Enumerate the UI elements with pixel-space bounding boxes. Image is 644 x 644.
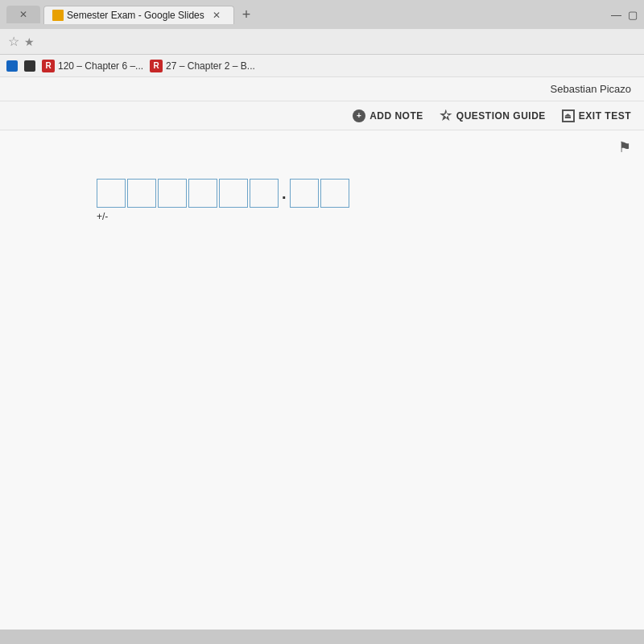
plus-minus-label: +/-	[97, 211, 108, 222]
add-note-button[interactable]: + ADD NOTE	[353, 109, 423, 122]
tab-active-label: Semester Exam - Google Slides	[67, 10, 204, 21]
bookmark-r2-label: 27 – Chapter 2 – B...	[166, 60, 255, 72]
bookmark-blue[interactable]	[6, 60, 18, 72]
answer-box-3[interactable]	[158, 179, 187, 208]
username-label: Sebastian Picazo	[551, 83, 631, 95]
tab-active-close[interactable]: ✕	[208, 10, 225, 21]
flag-icon[interactable]: ⚑	[618, 138, 631, 156]
answer-box-6[interactable]	[250, 179, 279, 208]
bookmark-dark-icon	[24, 60, 35, 72]
action-bar: + ADD NOTE ✦ QUESTION GUIDE ⏏ EXIT TEST	[0, 101, 644, 130]
tab-bar: ✕ Semester Exam - Google Slides ✕ + — ▢	[0, 0, 644, 29]
minimize-button[interactable]: —	[611, 9, 621, 21]
exit-test-label: EXIT TEST	[579, 110, 631, 122]
question-guide-button[interactable]: ✦ QUESTION GUIDE	[440, 109, 546, 122]
exit-test-button[interactable]: ⏏ EXIT TEST	[562, 109, 631, 122]
maximize-button[interactable]: ▢	[628, 9, 638, 21]
answer-boxes-right	[290, 179, 349, 208]
answer-box-4[interactable]	[188, 179, 217, 208]
answer-input-area: .	[97, 179, 349, 208]
bookmark-r1-icon: R	[42, 60, 55, 72]
toolbar-icons: ☆ ★	[8, 34, 35, 49]
answer-box-5[interactable]	[219, 179, 248, 208]
bookmark-blue-icon	[6, 60, 18, 72]
tab-new-button[interactable]: +	[237, 6, 256, 23]
answer-box-7[interactable]	[290, 179, 319, 208]
answer-box-2[interactable]	[127, 179, 156, 208]
bookmarks-bar: R 120 – Chapter 6 –... R 27 – Chapter 2 …	[0, 55, 644, 77]
pin-icon[interactable]: ★	[24, 35, 35, 48]
toolbar-bar: ☆ ★	[0, 29, 644, 55]
answer-box-8[interactable]	[320, 179, 349, 208]
answer-box-1[interactable]	[97, 179, 126, 208]
user-bar: Sebastian Picazo	[0, 77, 644, 101]
bookmark-r1-label: 120 – Chapter 6 –...	[58, 60, 143, 72]
bookmark-r2-icon: R	[150, 60, 163, 72]
tab-close-icon[interactable]: ✕	[14, 9, 32, 20]
question-guide-icon: ✦	[440, 109, 452, 122]
question-guide-label: QUESTION GUIDE	[456, 110, 546, 122]
add-note-label: ADD NOTE	[369, 110, 423, 122]
main-content: ⚑ . +/-	[0, 130, 644, 630]
bookmark-r-2[interactable]: R 27 – Chapter 2 – B...	[150, 60, 255, 72]
window-controls: — ▢	[611, 9, 638, 21]
star-icon[interactable]: ☆	[8, 34, 19, 49]
bookmark-dark[interactable]	[24, 60, 35, 72]
bookmark-r-1[interactable]: R 120 – Chapter 6 –...	[42, 60, 143, 72]
answer-boxes-left	[97, 179, 279, 208]
tab-active-slides[interactable]: Semester Exam - Google Slides ✕	[43, 6, 234, 24]
decimal-dot: .	[282, 184, 287, 208]
exit-test-icon: ⏏	[562, 109, 575, 122]
browser-chrome: ✕ Semester Exam - Google Slides ✕ + — ▢ …	[0, 0, 644, 77]
add-note-icon: +	[353, 109, 365, 122]
app-area: Sebastian Picazo + ADD NOTE ✦ QUESTION G…	[0, 77, 644, 630]
tab-inactive[interactable]: ✕	[6, 6, 40, 23]
slides-tab-icon	[52, 10, 64, 21]
